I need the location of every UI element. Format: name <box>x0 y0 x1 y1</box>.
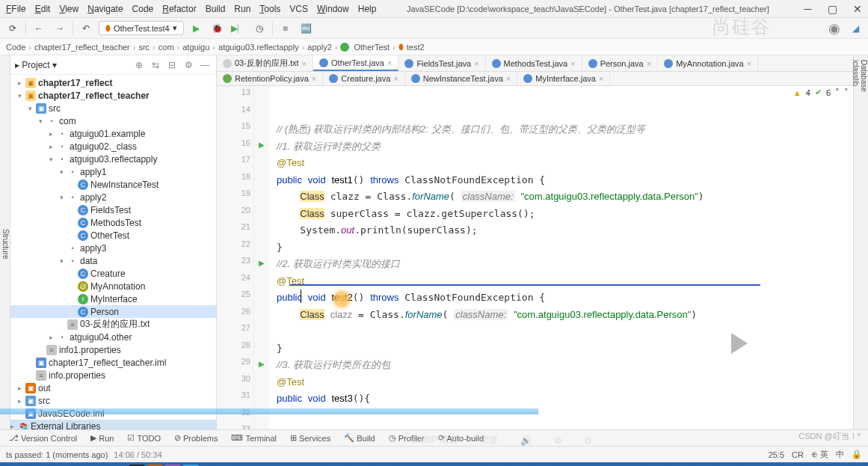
editor-tab[interactable]: Creature.java× <box>323 72 404 85</box>
close-tab-icon[interactable]: × <box>393 74 398 83</box>
status-crlf[interactable]: CR <box>792 450 804 459</box>
status-lang[interactable]: 中 <box>836 449 844 460</box>
crumb-2[interactable]: src <box>138 43 150 52</box>
crumb-6[interactable]: apply2 <box>307 43 331 52</box>
tree-module[interactable]: ▾▣chapter17_reflect_teacher <box>10 89 216 102</box>
forward-icon[interactable]: → <box>52 20 68 37</box>
ide-icon[interactable]: ◢ <box>847 20 864 37</box>
crumb-4[interactable]: atguigu <box>182 43 209 52</box>
tree-myintf[interactable]: IMyInterface <box>10 292 216 305</box>
minimize-icon[interactable]: ─ <box>804 3 811 15</box>
close-tab-icon[interactable]: × <box>302 59 307 68</box>
menu-edit[interactable]: Edit <box>35 4 51 14</box>
btab-problems[interactable]: ⊘ Problems <box>170 432 222 444</box>
pip-icon[interactable]: ⧉ <box>585 435 591 446</box>
close-tab-icon[interactable]: × <box>387 58 392 67</box>
volume-icon[interactable]: 🔊 <box>520 435 532 446</box>
database-tab[interactable]: Database <box>860 60 868 423</box>
code-content[interactable]: // (熟悉) 获取运行时类的内部结构2: 父类、接口们、包、带泛型的父类、父类… <box>269 86 853 429</box>
tree-com[interactable]: ▾com <box>10 114 216 127</box>
btab-run[interactable]: ▶ Run <box>86 432 118 444</box>
translate-icon[interactable]: 🔤 <box>298 20 315 37</box>
tree-ot[interactable]: COtherTest <box>10 229 216 242</box>
tree-p1[interactable]: ▸atguigu01.example <box>10 127 216 140</box>
btab-vc[interactable]: ⎇ Version Control <box>4 432 81 444</box>
chevron-down-icon[interactable]: ˅ <box>844 88 849 97</box>
inspection-widget[interactable]: ▲4 ✔6 ˄ ˅ <box>793 88 849 97</box>
tree-root[interactable]: ▸▣chapter17_reflect <box>10 76 216 89</box>
crumb-3[interactable]: com <box>158 43 174 52</box>
editor-tab[interactable]: RetentionPolicy.java× <box>217 72 323 85</box>
status-lock-icon[interactable]: 🔒 <box>852 450 862 459</box>
back-icon[interactable]: ← <box>31 20 47 37</box>
tree-mt[interactable]: CMethodsTest <box>10 216 216 229</box>
tree-info1[interactable]: ≡info1.properties <box>10 343 216 356</box>
right-tool-strip[interactable]: Database jclasslib Notifications <box>853 55 868 429</box>
close-tab-icon[interactable]: × <box>506 74 511 83</box>
tree-src[interactable]: ▾▣src <box>10 102 216 114</box>
editor-tab[interactable]: Person.java× <box>582 55 659 71</box>
tree-data[interactable]: ▾data <box>10 254 216 267</box>
editor-tab[interactable]: 03-反射的应用.txt× <box>217 55 313 71</box>
close-tab-icon[interactable]: × <box>474 59 478 68</box>
close-tab-icon[interactable]: × <box>312 74 316 83</box>
tree-creature[interactable]: CCreature <box>10 267 216 280</box>
tree-p2[interactable]: ▸atguigu02._class <box>10 140 216 153</box>
tree-nit[interactable]: CNewInstanceTest <box>10 178 216 191</box>
collapse-icon[interactable]: ⊟ <box>165 58 179 72</box>
menu-view[interactable]: View <box>59 4 79 14</box>
editor-body[interactable]: 13141516⟳1718192021222324252627282930313… <box>217 86 853 429</box>
editor-tab[interactable]: MethodsTest.java× <box>486 55 582 71</box>
video-quality[interactable]: 1080P 高清 <box>411 434 458 447</box>
sync-icon[interactable]: ⟳ <box>4 20 21 37</box>
menu-code[interactable]: Code <box>132 4 154 14</box>
tree-info[interactable]: ≡info.properties <box>10 369 216 381</box>
undo-icon[interactable]: ↶ <box>78 20 94 37</box>
stop-icon[interactable]: ■ <box>277 20 294 37</box>
close-tab-icon[interactable]: × <box>570 59 575 68</box>
run-config-selector[interactable]: ⬮ OtherTest.test4 ▾ <box>99 21 184 35</box>
chevron-up-icon[interactable]: ˄ <box>835 88 840 97</box>
expand-icon[interactable]: ⇆ <box>149 58 162 72</box>
avatar-icon[interactable]: ◉ <box>826 20 843 37</box>
tree-apply1[interactable]: ▾apply1 <box>10 165 216 178</box>
locate-icon[interactable]: ⊕ <box>132 58 146 72</box>
crumb-1[interactable]: chapter17_reflect_teacher <box>34 43 130 52</box>
editor-tab[interactable]: FieldsTest.java× <box>398 55 485 71</box>
maximize-icon[interactable]: ▢ <box>828 3 837 15</box>
menu-file[interactable]: FFile <box>6 4 26 14</box>
editor-tab[interactable]: MyAnnotation.java× <box>658 55 758 71</box>
crumb-8[interactable]: test2 <box>407 43 425 52</box>
menu-build[interactable]: Build <box>206 4 226 14</box>
debug-icon[interactable]: 🐞 <box>209 20 226 37</box>
tree-p4[interactable]: ▸atguigu04.other <box>10 331 216 343</box>
close-tab-icon[interactable]: × <box>647 59 651 68</box>
tree-src2[interactable]: ▸▣src <box>10 394 216 407</box>
menu-help[interactable]: Help <box>358 4 377 14</box>
tree-apply3[interactable]: apply3 <box>10 242 216 254</box>
crumb-0[interactable]: Code <box>6 43 25 52</box>
menu-navigate[interactable]: Navigate <box>87 4 123 14</box>
left-tool-strip[interactable]: Structure <box>0 55 10 429</box>
editor-tab[interactable]: NewInstanceTest.java× <box>405 72 517 85</box>
tree-iml[interactable]: ▣chapter17_reflect_teacher.iml <box>10 356 216 369</box>
btab-services[interactable]: ⊞ Services <box>286 432 335 444</box>
btab-terminal[interactable]: ⌨ Terminal <box>227 432 281 444</box>
editor-tab[interactable]: MyInterface.java× <box>517 72 610 85</box>
close-icon[interactable]: ✕ <box>853 3 862 15</box>
menu-window[interactable]: Window <box>317 4 349 14</box>
profile-icon[interactable]: ◷ <box>251 20 268 37</box>
status-enc[interactable]: ⊕ 英 <box>811 449 828 460</box>
menu-refactor[interactable]: Refactor <box>162 4 196 14</box>
crumb-5[interactable]: atguigu03.reflectapply <box>218 43 299 52</box>
hide-icon[interactable]: — <box>198 58 212 72</box>
tree-txt[interactable]: ≡03-反射的应用.txt <box>10 318 216 331</box>
tree-out[interactable]: ▸▣out <box>10 381 216 394</box>
video-speed[interactable]: 倍速 <box>480 434 498 447</box>
tree-myann[interactable]: @MyAnnotation <box>10 280 216 292</box>
btab-todo[interactable]: ☑ TODO <box>123 432 165 444</box>
menu-run[interactable]: Run <box>234 4 250 14</box>
menu-tools[interactable]: Tools <box>259 4 280 14</box>
tree-apply2[interactable]: ▾apply2 <box>10 191 216 203</box>
coverage-icon[interactable]: ▶⎸ <box>230 20 247 37</box>
